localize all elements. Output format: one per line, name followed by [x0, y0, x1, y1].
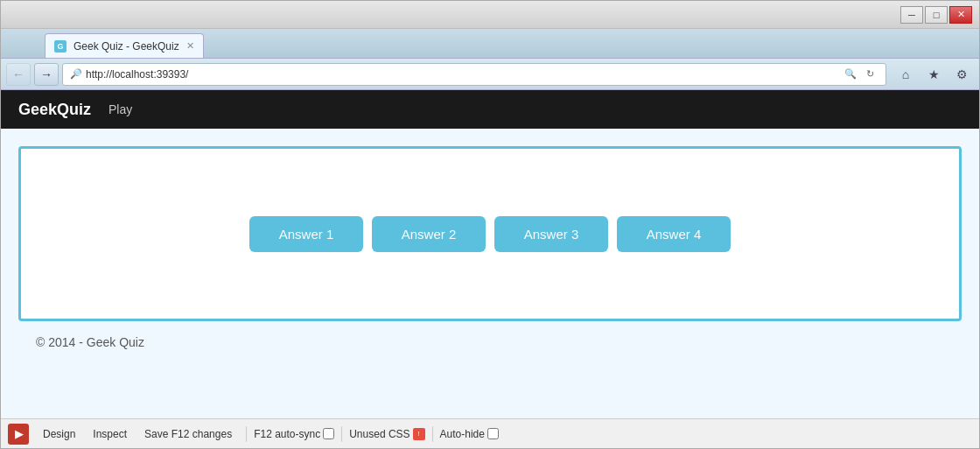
tab-bar: G Geek Quiz - GeekQuiz ✕ [1, 29, 979, 59]
refresh-icon[interactable]: ↻ [861, 66, 878, 83]
main-container: Answer 1 Answer 2 Answer 3 Answer 4 © 20… [1, 129, 979, 418]
forward-button[interactable]: → [34, 63, 59, 86]
unused-css-indicator: ! [413, 428, 425, 440]
answers-row: Answer 1 Answer 2 Answer 3 Answer 4 [249, 216, 731, 252]
address-bar: ← → 🔎 http://localhost:39393/ 🔍 ↻ ⌂ ★ ⚙ [1, 59, 979, 90]
separator-2 [341, 426, 342, 442]
url-icon: 🔎 [70, 68, 82, 80]
browser-window: ─ □ ✕ G Geek Quiz - GeekQuiz ✕ ← → 🔎 htt… [0, 0, 980, 449]
app-footer: © 2014 - Geek Quiz [18, 321, 962, 363]
autohide-checkbox[interactable] [487, 428, 499, 439]
autosync-label[interactable]: F12 auto-sync [254, 428, 334, 440]
answer-2-button[interactable]: Answer 2 [372, 216, 486, 252]
app-navbar: GeekQuiz Play [1, 90, 979, 129]
unused-css-container: Unused CSS ! [349, 428, 424, 440]
footer-text: © 2014 - Geek Quiz [36, 335, 144, 349]
answer-3-button[interactable]: Answer 3 [494, 216, 608, 252]
inspect-button[interactable]: Inspect [86, 426, 134, 442]
navbar-play-link[interactable]: Play [108, 102, 132, 116]
restore-button[interactable]: □ [925, 6, 948, 24]
page-content: GeekQuiz Play Answer 1 Answer 2 Answer 3… [1, 90, 979, 418]
answer-4-button[interactable]: Answer 4 [617, 216, 731, 252]
back-button[interactable]: ← [6, 63, 31, 86]
url-text: http://localhost:39393/ [86, 68, 838, 81]
separator-3 [432, 426, 433, 442]
tab-favicon: G [54, 40, 66, 53]
browser-tab[interactable]: G Geek Quiz - GeekQuiz ✕ [45, 33, 204, 58]
settings-button[interactable]: ⚙ [949, 63, 974, 86]
autosync-text: F12 auto-sync [254, 428, 320, 440]
title-bar: ─ □ ✕ [1, 1, 979, 29]
search-icon[interactable]: 🔍 [842, 66, 859, 83]
favorites-button[interactable]: ★ [921, 63, 946, 86]
autosync-checkbox[interactable] [323, 428, 334, 439]
quiz-panel: Answer 1 Answer 2 Answer 3 Answer 4 [18, 146, 962, 321]
home-button[interactable]: ⌂ [893, 63, 918, 86]
url-box[interactable]: 🔎 http://localhost:39393/ 🔍 ↻ [62, 63, 886, 86]
close-button[interactable]: ✕ [949, 6, 972, 24]
window-controls: ─ □ ✕ [900, 6, 972, 24]
dev-toolbar: ▶ Design Inspect Save F12 changes F12 au… [1, 418, 979, 448]
autohide-label[interactable]: Auto-hide [440, 428, 499, 440]
navbar-brand: GeekQuiz [18, 101, 91, 119]
url-actions: 🔍 ↻ [842, 66, 878, 83]
answer-1-button[interactable]: Answer 1 [249, 216, 363, 252]
tab-close-button[interactable]: ✕ [186, 40, 194, 52]
tab-title: Geek Quiz - GeekQuiz [74, 40, 179, 53]
autohide-text: Auto-hide [440, 428, 485, 440]
save-f12-button[interactable]: Save F12 changes [137, 426, 239, 442]
browser-tools: ⌂ ★ ⚙ [893, 63, 974, 86]
unused-css-text: Unused CSS [349, 428, 410, 440]
dev-logo: ▶ [8, 424, 29, 445]
minimize-button[interactable]: ─ [900, 6, 923, 24]
separator-1 [246, 426, 247, 442]
design-button[interactable]: Design [36, 426, 82, 442]
